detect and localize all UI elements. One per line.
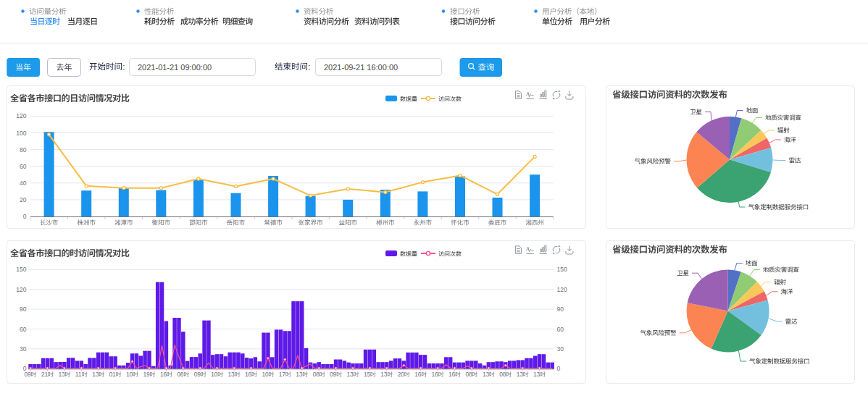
svg-text:13: 13 [517,371,524,378]
svg-text:60: 60 [20,326,27,333]
svg-text:08: 08 [177,371,184,378]
svg-text:13: 13 [483,371,490,378]
svg-text:17: 17 [279,371,286,378]
svg-text:60: 60 [557,326,564,333]
svg-text:16: 16 [160,371,167,378]
svg-text:16: 16 [245,371,252,378]
svg-text::: : [122,62,125,71]
svg-text:13: 13 [347,371,354,378]
svg-text:60: 60 [20,163,27,170]
svg-text:19: 19 [143,371,151,378]
svg-text:150: 150 [557,266,567,273]
svg-text:09: 09 [25,371,32,378]
svg-text:15: 15 [364,371,371,378]
svg-text:09: 09 [330,371,337,378]
svg-text:13: 13 [380,371,388,378]
svg-text:150: 150 [16,266,26,273]
svg-text:100: 100 [16,130,26,137]
svg-text:13: 13 [296,371,303,378]
svg-text:120: 120 [16,286,26,293]
svg-text:80: 80 [20,146,27,153]
svg-text:08: 08 [499,371,506,378]
svg-text:10: 10 [211,371,218,378]
svg-text:10: 10 [262,371,269,378]
svg-text:13: 13 [58,371,65,378]
svg-text:09: 09 [194,371,201,378]
svg-text:10: 10 [126,371,133,378]
svg-text:30: 30 [20,345,27,353]
svg-text:2021-01-21 09:00:00: 2021-01-21 09:00:00 [138,63,212,72]
svg-text:120: 120 [16,112,26,119]
svg-text:30: 30 [557,345,564,353]
svg-text:13: 13 [92,371,99,378]
svg-text:01: 01 [109,371,117,378]
svg-text:90: 90 [20,306,27,313]
svg-text:13: 13 [533,371,541,378]
svg-text:20: 20 [398,371,405,378]
svg-text:20: 20 [20,196,27,203]
svg-text:13: 13 [228,371,235,378]
svg-text:90: 90 [557,306,564,313]
svg-text:08: 08 [313,371,320,378]
svg-text:16: 16 [448,371,456,378]
svg-text:2021-09-21 16:00:00: 2021-09-21 16:00:00 [324,63,398,72]
svg-text:0: 0 [23,213,27,220]
svg-text:40: 40 [20,180,27,187]
svg-text:21: 21 [41,371,49,378]
svg-text:16: 16 [414,371,422,378]
svg-text:16: 16 [432,371,439,378]
svg-text:11: 11 [75,371,82,378]
svg-text:08: 08 [465,371,472,378]
svg-text:0: 0 [557,365,561,372]
svg-text::: : [308,62,310,71]
svg-text:120: 120 [557,286,567,293]
